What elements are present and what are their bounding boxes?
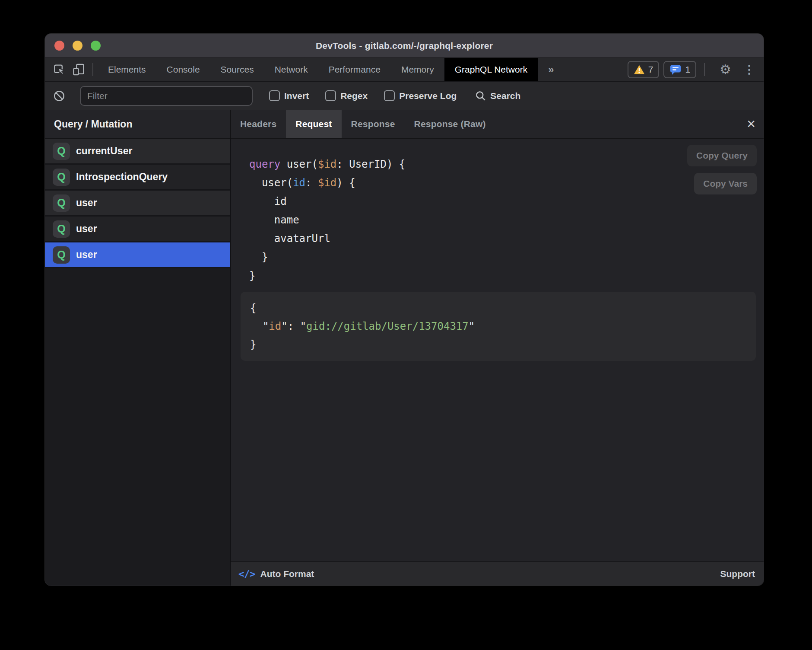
inspect-element-button[interactable] <box>50 58 69 81</box>
query-type-badge: Q <box>53 220 70 238</box>
toggle-invert[interactable]: Invert <box>269 90 309 101</box>
graphql-query-code: query user($id: UserID) { user(id: $id) … <box>231 139 764 285</box>
device-toolbar-icon <box>72 63 85 76</box>
regex-label: Regex <box>340 91 368 101</box>
tool-tab-graphql-network[interactable]: GraphQL Network <box>444 58 538 81</box>
query-name: user <box>76 249 97 261</box>
query-list-item[interactable]: Quser <box>45 242 230 268</box>
toggle-preserve-log[interactable]: Preserve Log <box>384 90 457 101</box>
code-line: name <box>249 211 764 229</box>
warning-icon <box>634 64 645 75</box>
clear-log-button[interactable] <box>50 90 69 102</box>
devtools-window: DevTools - gitlab.com/-/graphql-explorer… <box>45 34 764 586</box>
code-line: "id": "gid://gitlab/User/13704317" <box>250 317 756 335</box>
filter-input[interactable] <box>80 86 253 106</box>
panel-tab-headers[interactable]: Headers <box>231 110 286 138</box>
copy-vars-button[interactable]: Copy Vars <box>694 173 757 194</box>
tool-tab-elements[interactable]: Elements <box>98 58 156 81</box>
query-name: IntrospectionQuery <box>76 171 168 183</box>
close-icon[interactable]: ✕ <box>746 118 756 130</box>
auto-format-button[interactable]: Auto Format <box>260 569 314 579</box>
network-filter-bar: InvertRegexPreserve Log Search <box>45 82 764 110</box>
detail-panel: HeadersRequestResponseResponse (Raw) ✕ q… <box>231 110 764 586</box>
issues-count: 1 <box>685 64 690 75</box>
code-line: } <box>250 335 756 354</box>
code-icon: </> <box>238 568 255 580</box>
close-window-button[interactable] <box>54 41 64 51</box>
tool-tab-network[interactable]: Network <box>264 58 318 81</box>
code-line: } <box>249 248 764 267</box>
issues-badge[interactable]: 1 <box>663 61 696 78</box>
query-list: QcurrentUserQIntrospectionQueryQuserQuse… <box>45 139 230 268</box>
code-line: user(id: $id) { <box>249 174 764 192</box>
toolbar-divider <box>704 63 705 76</box>
support-link[interactable]: Support <box>720 569 755 579</box>
query-type-badge: Q <box>53 169 70 186</box>
panel-tab-response[interactable]: Response <box>342 110 405 138</box>
detail-tab-strip: HeadersRequestResponseResponse (Raw) ✕ <box>231 110 764 139</box>
tool-tab-console[interactable]: Console <box>156 58 210 81</box>
code-line: } <box>249 267 764 285</box>
panel-tab-request[interactable]: Request <box>286 110 341 138</box>
code-line: id <box>249 192 764 211</box>
tool-tab-sources[interactable]: Sources <box>210 58 264 81</box>
minimize-window-button[interactable] <box>73 41 82 51</box>
query-type-badge: Q <box>53 246 70 264</box>
query-name: currentUser <box>76 145 132 157</box>
query-list-item[interactable]: QcurrentUser <box>45 139 230 165</box>
invert-label: Invert <box>284 91 309 101</box>
toolbar-divider <box>92 63 93 76</box>
zoom-window-button[interactable] <box>91 41 101 51</box>
invert-checkbox[interactable] <box>269 90 280 101</box>
query-type-badge: Q <box>53 194 70 212</box>
code-line: query user($id: UserID) { <box>249 155 764 174</box>
regex-checkbox[interactable] <box>325 90 336 101</box>
traffic-lights <box>54 34 101 57</box>
tool-tab-performance[interactable]: Performance <box>318 58 391 81</box>
copy-query-button[interactable]: Copy Query <box>687 145 757 166</box>
devtools-toolbar: ElementsConsoleSourcesNetworkPerformance… <box>45 58 764 82</box>
request-content: query user($id: UserID) { user(id: $id) … <box>231 139 764 561</box>
tool-tab-memory[interactable]: Memory <box>391 58 444 81</box>
query-list-item[interactable]: Quser <box>45 191 230 217</box>
code-line: { <box>250 299 756 317</box>
warnings-badge[interactable]: 7 <box>628 61 660 78</box>
search-label: Search <box>490 91 520 101</box>
query-sidebar: Query / Mutation QcurrentUserQIntrospect… <box>45 110 231 586</box>
preserve-log-checkbox[interactable] <box>384 90 395 101</box>
settings-gear-icon[interactable]: ⚙ <box>720 63 731 76</box>
query-name: user <box>76 223 97 235</box>
query-list-item[interactable]: Quser <box>45 217 230 242</box>
sidebar-header: Query / Mutation <box>45 110 230 139</box>
preserve-log-label: Preserve Log <box>399 91 457 101</box>
message-bubble-icon <box>669 64 682 75</box>
graphql-variables-box: { "id": "gid://gitlab/User/13704317"} <box>241 292 756 361</box>
window-title: DevTools - gitlab.com/-/graphql-explorer <box>316 41 493 51</box>
block-icon <box>53 90 65 102</box>
more-options-icon[interactable]: ⋮ <box>743 64 755 76</box>
panel-tab-response-raw[interactable]: Response (Raw) <box>405 110 495 138</box>
query-list-item[interactable]: QIntrospectionQuery <box>45 165 230 191</box>
more-tabs-button[interactable]: » <box>538 58 564 81</box>
window-titlebar[interactable]: DevTools - gitlab.com/-/graphql-explorer <box>45 34 764 58</box>
search-button[interactable]: Search <box>475 90 520 102</box>
toolbar-right-cluster: 7 1 ⚙ ⋮ <box>628 58 758 81</box>
toggle-regex[interactable]: Regex <box>325 90 368 101</box>
panel-footer: </> Auto Format Support <box>231 561 764 586</box>
search-icon <box>475 90 486 102</box>
main-area: Query / Mutation QcurrentUserQIntrospect… <box>45 110 764 586</box>
query-name: user <box>76 197 97 209</box>
code-line: avatarUrl <box>249 229 764 248</box>
devtools-tab-strip: ElementsConsoleSourcesNetworkPerformance… <box>98 58 538 81</box>
inspect-cursor-icon <box>53 63 66 76</box>
filter-toggles: InvertRegexPreserve Log <box>253 90 457 101</box>
warnings-count: 7 <box>648 64 653 75</box>
toggle-device-toolbar-button[interactable] <box>69 58 88 81</box>
query-type-badge: Q <box>53 143 70 160</box>
